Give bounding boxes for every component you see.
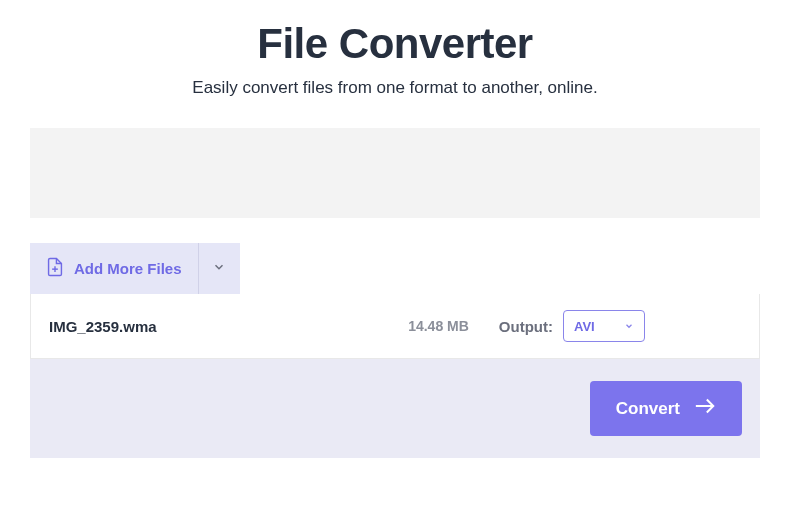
file-name: IMG_2359.wma: [49, 318, 408, 335]
ad-banner: [30, 128, 760, 218]
file-row: IMG_2359.wma 14.48 MB Output: AVI: [30, 294, 760, 359]
page-subtitle: Easily convert files from one format to …: [30, 78, 760, 98]
chevron-down-icon: [624, 317, 634, 335]
page-title: File Converter: [30, 20, 760, 68]
remove-file-button[interactable]: [719, 315, 741, 337]
convert-label: Convert: [616, 399, 680, 419]
action-bar: Convert: [30, 359, 760, 458]
output-label: Output:: [499, 318, 553, 335]
output-format-value: AVI: [574, 319, 595, 334]
settings-button[interactable]: [685, 315, 707, 337]
file-plus-icon: [46, 257, 64, 280]
output-format-select[interactable]: AVI: [563, 310, 645, 342]
add-files-dropdown-toggle[interactable]: [198, 243, 240, 294]
chevron-down-icon: [212, 260, 226, 277]
add-more-files-button[interactable]: Add More Files: [30, 243, 198, 294]
convert-button[interactable]: Convert: [590, 381, 742, 436]
file-size: 14.48 MB: [408, 318, 469, 334]
toolbar: Add More Files: [30, 243, 240, 294]
arrow-right-icon: [694, 397, 716, 420]
add-files-label: Add More Files: [74, 260, 182, 277]
